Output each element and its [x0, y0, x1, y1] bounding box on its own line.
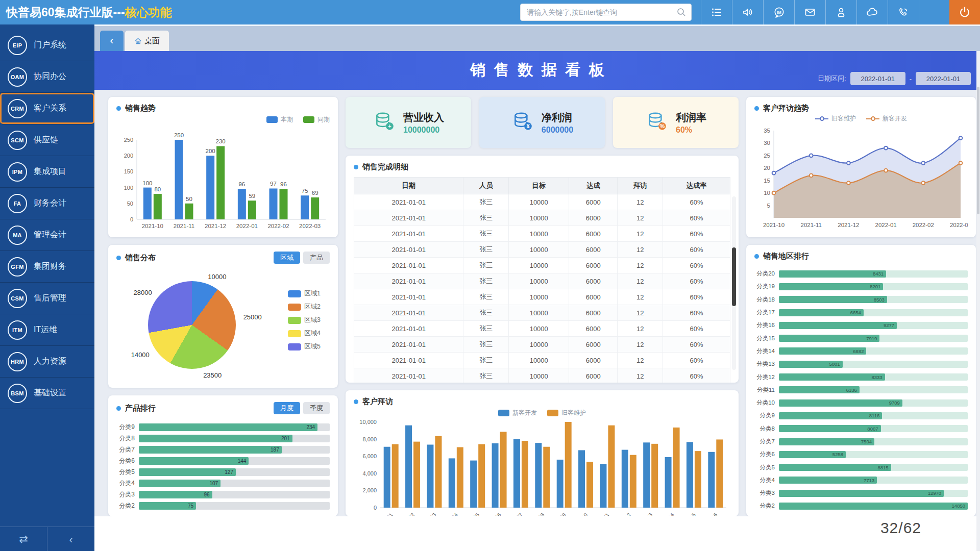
svg-text:分类4: 分类4 [446, 512, 459, 516]
table-row[interactable]: 2021-01-01张三1000060001260% [354, 368, 730, 383]
rank-value: 6336 [846, 387, 860, 393]
bar-旧客维护-分类13 [651, 444, 658, 508]
sidebar-item-eip[interactable]: EIP门户系统 [0, 30, 94, 61]
page-scrollbar-thumb[interactable] [977, 87, 979, 214]
tab-desktop[interactable]: 桌面 [125, 31, 169, 51]
rank-bar: 96 [139, 491, 212, 498]
table-row[interactable]: 2021-01-01张三1000060001260% [354, 210, 730, 226]
legend-label: 区域1 [304, 289, 321, 298]
bar-旧客维护-分类3 [435, 436, 442, 508]
date-range-control: 日期区间: 2022-01-01 - 2022-01-01 [818, 72, 971, 85]
sidebar-item-scm[interactable]: SCM供应链 [0, 124, 94, 156]
app-window: 快普易60集成行业版---核心功能 IM EIP门户系统OAM协同办公CRM客户… [0, 0, 980, 551]
sidebar-item-label: 管理会计 [34, 230, 66, 240]
table-cell: 60% [663, 194, 730, 210]
back-button[interactable]: ‹ [100, 31, 124, 51]
speaker-icon[interactable] [732, 0, 763, 24]
svg-text:150: 150 [124, 168, 133, 174]
legend-label: 区域2 [304, 303, 321, 311]
bar-新客开发-分类5 [470, 461, 477, 508]
table-cell: 张三 [463, 353, 509, 368]
rank-row-分类4: 分类47713 [754, 474, 968, 487]
sales-trend-title: 销售趋势 [125, 104, 156, 113]
visit-trend-chart: 51015202530352021-102021-112021-122022-0… [754, 126, 968, 230]
table-scrollbar-thumb[interactable] [732, 247, 736, 306]
bar-本期-2022-03 [301, 195, 309, 219]
table-cell: 10000 [509, 242, 569, 258]
sidebar-item-fa[interactable]: FA财务会计 [0, 188, 94, 219]
table-row[interactable]: 2021-01-01张三1000060001260% [354, 337, 730, 353]
toggle-quarterly[interactable]: 季度 [303, 402, 330, 414]
table-row[interactable]: 2021-01-01张三1000060001260% [354, 289, 730, 305]
rank-track: 144 [139, 457, 330, 465]
legend-swatch [266, 116, 278, 123]
sidebar-item-itm[interactable]: ITMIT运维 [0, 314, 94, 346]
svg-text:4,000: 4,000 [362, 470, 377, 477]
rank-row-分类12: 分类128333 [754, 370, 968, 383]
cloud-icon[interactable] [856, 0, 888, 24]
table-row[interactable]: 2021-01-01张三1000060001260% [354, 194, 730, 210]
sidebar-item-crm[interactable]: CRM客户关系 [0, 93, 94, 124]
table-row[interactable]: 2021-01-01张三1000060001260% [354, 321, 730, 337]
svg-text:分类7: 分类7 [511, 512, 524, 516]
search-input[interactable] [520, 4, 692, 21]
svg-text:8,000: 8,000 [362, 436, 377, 442]
toggle-region[interactable]: 区域 [274, 252, 300, 264]
coins-percent-icon: % [645, 110, 669, 135]
svg-text:2022-03: 2022-03 [950, 222, 968, 228]
sidebar-item-ma[interactable]: MA管理会计 [0, 219, 94, 251]
bar-本期-2021-11 [175, 140, 183, 219]
list-icon[interactable] [701, 0, 732, 24]
table-row[interactable]: 2021-01-01张三1000060001260% [354, 353, 730, 368]
table-cell: 张三 [463, 194, 509, 210]
rank-bar: 75 [139, 502, 196, 510]
date-to-input[interactable]: 2022-01-01 [916, 72, 971, 85]
sidebar-item-oam[interactable]: OAM协同办公 [0, 61, 94, 93]
bar-旧客维护-分类15 [695, 451, 701, 508]
phone-icon[interactable] [888, 0, 919, 24]
rank-row-分类7: 分类77504 [754, 435, 968, 448]
column-header-拜访: 拜访 [618, 178, 663, 194]
table-row[interactable]: 2021-01-01张三1000060001260% [354, 273, 730, 289]
date-from-input[interactable]: 2022-01-01 [850, 72, 905, 85]
mail-icon[interactable] [794, 0, 825, 24]
collapse-icon[interactable]: ‹ [47, 527, 94, 551]
module-badge: BSM [8, 384, 27, 403]
rank-track: 75 [139, 502, 330, 510]
rank-track: 5001 [779, 361, 968, 368]
date-range-label: 日期区间: [818, 74, 846, 83]
table-row[interactable]: 2021-01-01张三1000060001260% [354, 242, 730, 258]
svg-text:%: % [660, 123, 665, 129]
rank-value: 8333 [871, 374, 885, 380]
bar-同期-2022-02 [280, 189, 288, 219]
rank-bar: 7713 [779, 477, 877, 484]
legend-item: 区域1 [288, 289, 321, 298]
table-row[interactable]: 2021-01-01张三1000060001260% [354, 258, 730, 273]
rank-value: 8503 [874, 297, 887, 303]
bar-旧客维护-分类11 [608, 425, 615, 508]
table-row[interactable]: 2021-01-01张三1000060001260% [354, 226, 730, 242]
product-rank-title: 产品排行 [125, 404, 156, 413]
sidebar-item-csm[interactable]: CSM售后管理 [0, 283, 94, 314]
power-icon[interactable] [949, 0, 980, 24]
toggle-monthly[interactable]: 月度 [274, 402, 300, 414]
svg-text:2022-01: 2022-01 [875, 222, 896, 228]
swap-icon[interactable]: ⇄ [0, 527, 47, 551]
person-icon[interactable] [825, 0, 856, 24]
sidebar-item-bsm[interactable]: BSM基础设置 [0, 378, 94, 409]
sidebar-bottom-bar: ⇄ ‹ [0, 527, 94, 551]
table-cell: 10000 [509, 194, 569, 210]
rank-track: 234 [139, 423, 330, 431]
svg-text:30: 30 [764, 140, 770, 146]
module-badge: SCM [8, 131, 27, 150]
table-row[interactable]: 2021-01-01张三1000060001260% [354, 305, 730, 321]
sidebar-item-hrm[interactable]: HRM人力资源 [0, 346, 94, 378]
sidebar-item-gfm[interactable]: GFM集团财务 [0, 251, 94, 283]
table-cell: 60% [663, 353, 730, 368]
toggle-product[interactable]: 产品 [303, 252, 330, 264]
legend-ring [820, 116, 824, 121]
sidebar-item-label: IT运维 [34, 324, 57, 335]
im-icon[interactable]: IM [763, 0, 794, 24]
search-icon[interactable] [676, 7, 687, 19]
sidebar-item-ipm[interactable]: IPM集成项目 [0, 156, 94, 188]
